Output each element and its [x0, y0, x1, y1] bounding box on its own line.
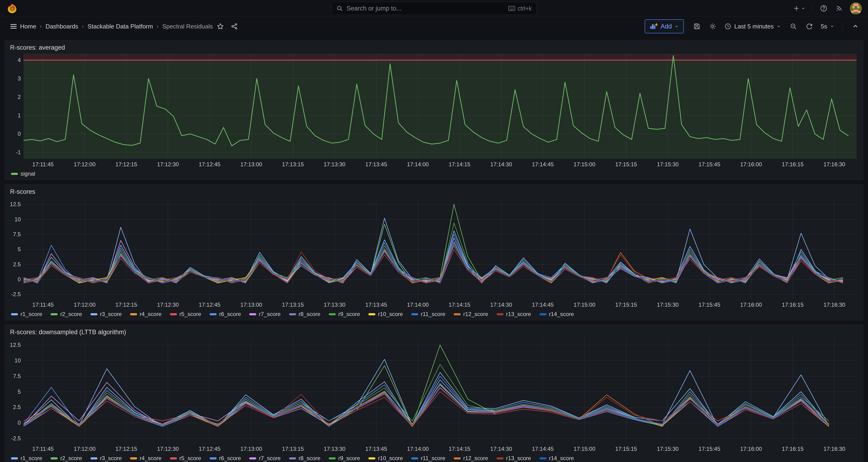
legend-item-r3_score[interactable]: r3_score: [90, 311, 122, 317]
y-tick-label: 0: [18, 420, 21, 426]
save-dashboard-button[interactable]: [690, 20, 704, 33]
legend-swatch: [11, 457, 18, 459]
legend-swatch: [289, 457, 296, 459]
chart-container: 43210-1 17:11:4517:12:0017:12:1517:12:30…: [5, 52, 863, 180]
legend-item-r10_score[interactable]: r10_score: [368, 455, 403, 462]
rss-icon: [835, 5, 843, 12]
mega-menu-toggle[interactable]: [7, 20, 20, 33]
search-shortcut: ctrl+k: [508, 5, 532, 12]
legend-item-r9_score[interactable]: r9_score: [329, 455, 360, 462]
panel-title[interactable]: R-scores: [5, 184, 863, 196]
legend-item-r5_score[interactable]: r5_score: [170, 311, 201, 317]
legend-item-r2_score[interactable]: r2_score: [51, 311, 82, 317]
time-range-picker[interactable]: Last 5 minutes: [721, 19, 784, 33]
help-button[interactable]: [817, 2, 830, 15]
chevron-down-icon: [675, 24, 679, 28]
legend-swatch: [210, 313, 217, 315]
plot-area[interactable]: [24, 198, 857, 299]
refresh-interval-picker[interactable]: 5s: [818, 19, 837, 33]
panel-title[interactable]: R-scores: averaged: [5, 40, 863, 52]
collapse-toolbar-button[interactable]: [849, 20, 862, 33]
help-icon: [820, 5, 828, 12]
grafana-logo[interactable]: [6, 2, 18, 14]
legend: signal: [8, 169, 857, 178]
zoom-out-time-button[interactable]: [787, 20, 800, 33]
legend-item-r9_score[interactable]: r9_score: [329, 311, 360, 317]
panel-title[interactable]: R-scores: downsampled (LTTB algorithm): [5, 325, 863, 336]
legend-item-r8_score[interactable]: r8_score: [289, 311, 320, 317]
user-avatar[interactable]: [850, 2, 862, 14]
legend-item-r14_score[interactable]: r14_score: [539, 311, 574, 317]
dashboard-settings-button[interactable]: [706, 20, 719, 33]
legend-item-r1_score[interactable]: r1_score: [11, 311, 42, 317]
share-button[interactable]: [228, 20, 241, 33]
legend-label: r11_score: [421, 455, 445, 462]
refresh-button[interactable]: [803, 20, 816, 33]
x-tick-label: 17:15:45: [699, 302, 720, 308]
x-tick-label: 17:12:45: [199, 161, 220, 168]
breadcrumb-home[interactable]: Home: [20, 23, 36, 30]
keyboard-icon: [508, 6, 515, 11]
x-tick-label: 17:15:00: [574, 161, 595, 168]
new-button[interactable]: [793, 2, 806, 15]
favorite-button[interactable]: [214, 20, 227, 33]
legend-item-r13_score[interactable]: r13_score: [497, 311, 531, 317]
y-tick-label: 5: [18, 389, 21, 395]
legend-label: r8_score: [299, 455, 320, 462]
breadcrumb-dashboards[interactable]: Dashboards: [45, 23, 78, 30]
legend-label: r2_score: [60, 455, 82, 462]
x-tick-label: 17:12:30: [157, 302, 179, 308]
breadcrumb-folder[interactable]: Stackable Data Platform: [88, 23, 153, 30]
legend-item-r8_score[interactable]: r8_score: [289, 455, 320, 462]
legend-swatch: [289, 313, 296, 315]
legend-swatch: [130, 457, 137, 459]
panel-r-scores-downsampled: R-scores: downsampled (LTTB algorithm) 1…: [5, 325, 863, 462]
chart-svg: [24, 338, 857, 443]
x-tick-label: 17:12:00: [74, 161, 95, 168]
legend-label: r2_score: [60, 311, 82, 317]
legend-item-r11_score[interactable]: r11_score: [411, 455, 445, 462]
news-button[interactable]: [833, 2, 846, 15]
legend-item-r3_score[interactable]: r3_score: [90, 455, 122, 462]
legend-item-r11_score[interactable]: r11_score: [411, 311, 445, 317]
y-tick-label: 2: [18, 94, 21, 100]
legend-swatch: [130, 313, 137, 315]
legend-item-r6_score[interactable]: r6_score: [210, 311, 241, 317]
legend-item-r5_score[interactable]: r5_score: [170, 455, 201, 462]
y-tick-label: 3: [18, 75, 21, 82]
legend-item-r12_score[interactable]: r12_score: [454, 455, 488, 462]
legend-item-r4_score[interactable]: r4_score: [130, 311, 161, 317]
search-input[interactable]: [347, 5, 505, 12]
legend: r1_scorer2_scorer3_scorer4_scorer5_score…: [8, 309, 857, 318]
breadcrumb-current-dashboard[interactable]: Spectral Residuals: [162, 23, 213, 30]
legend-item-r12_score[interactable]: r12_score: [454, 311, 488, 317]
add-panel-button[interactable]: Add: [645, 19, 684, 33]
legend-item-r7_score[interactable]: r7_score: [249, 455, 280, 462]
plot-area[interactable]: [24, 338, 857, 443]
plot-area[interactable]: [24, 54, 857, 159]
legend-swatch: [170, 457, 177, 459]
legend-item-r14_score[interactable]: r14_score: [539, 455, 574, 462]
legend-item-r13_score[interactable]: r13_score: [497, 455, 531, 462]
legend-item-r10_score[interactable]: r10_score: [368, 311, 403, 317]
legend-label: r1_score: [21, 311, 42, 317]
y-tick-label: -1: [16, 149, 21, 156]
legend-item-r6_score[interactable]: r6_score: [210, 455, 241, 462]
y-tick-label: 10: [14, 357, 21, 364]
add-panel-label: Add: [660, 23, 672, 30]
legend-item-signal[interactable]: signal: [11, 171, 35, 177]
legend-swatch: [249, 313, 256, 315]
legend-swatch: [11, 313, 18, 315]
x-tick-label: 17:15:45: [699, 161, 720, 168]
legend-swatch: [497, 313, 504, 315]
legend-item-r7_score[interactable]: r7_score: [249, 311, 280, 317]
x-tick-label: 17:13:45: [365, 446, 387, 452]
x-tick-label: 17:15:15: [615, 302, 637, 308]
legend-item-r1_score[interactable]: r1_score: [11, 455, 42, 462]
legend-item-r4_score[interactable]: r4_score: [130, 455, 161, 462]
global-search[interactable]: ctrl+k: [332, 2, 537, 15]
legend-item-r2_score[interactable]: r2_score: [51, 455, 82, 462]
legend-label: r9_score: [338, 311, 360, 317]
y-axis: 12.5107.552.50-2.5: [8, 198, 24, 299]
zoom-out-icon: [790, 23, 797, 30]
